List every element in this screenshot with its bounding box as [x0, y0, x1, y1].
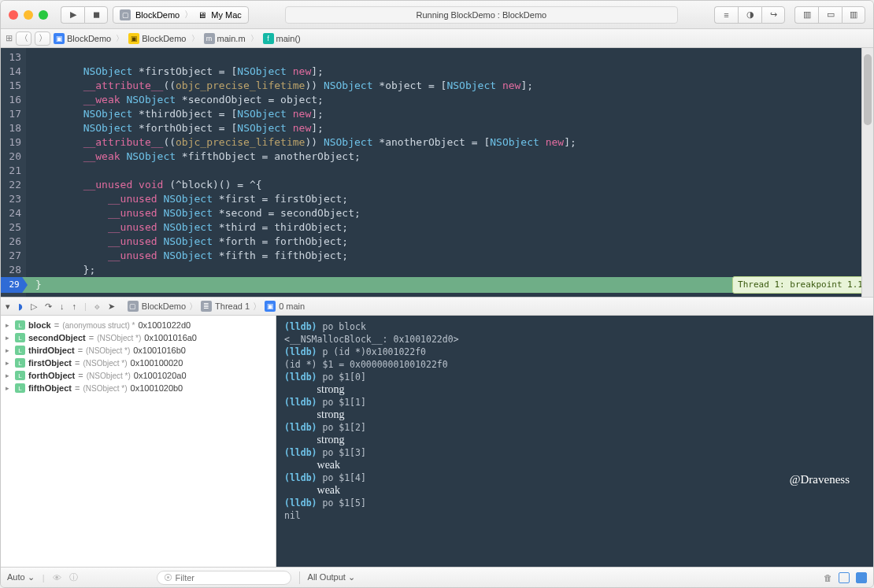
debug-bar: ▾ ◗ ▷ ↷ ↓ ↑ | ⟐ ➤ ▢ BlockDemo 〉 ≣ Thread… [1, 297, 873, 316]
panel-buttons: ▥ ▭ ▥ [794, 6, 865, 24]
activity-status: Running BlockDemo : BlockDemo [285, 6, 678, 24]
source-editor[interactable]: 13141516171819202122232425262728 NSObjec… [1, 48, 873, 297]
breadcrumb-item[interactable]: mmain.m [204, 33, 246, 44]
left-panel-button[interactable]: ▥ [794, 6, 818, 24]
debug-footer: Auto ⌄ | 👁 ⓘ ⦿ All Output ⌄ 🗑 [1, 567, 873, 587]
trash-icon[interactable]: 🗑 [824, 573, 832, 582]
project-icon: ▣ [54, 33, 65, 44]
variable-row[interactable]: ▸LforthObject = (NSObject *) 0x1001020a0 [6, 369, 271, 382]
location-icon[interactable]: ➤ [108, 301, 115, 312]
breakpoint-highlight: 29 } Thread 1: breakpoint 1.1 [1, 277, 873, 293]
thread-icon: ≣ [201, 301, 212, 312]
variable-row[interactable]: ▸LthirdObject = (NSObject *) 0x1001016b0 [6, 344, 271, 357]
filter-field[interactable]: ⦿ [157, 571, 291, 585]
right-pane-toggle[interactable] [856, 572, 867, 583]
right-panel-button[interactable]: ▥ [842, 6, 865, 24]
debug-crumb-frame[interactable]: 0 main [279, 301, 305, 311]
monitor-icon: 🖥 [198, 10, 206, 20]
hide-debug-icon[interactable]: ▾ [6, 301, 10, 312]
scheme-selector[interactable]: ▢ BlockDemo 〉 🖥 My Mac [113, 6, 249, 24]
view-debug-icon[interactable]: ⟐ [94, 301, 100, 311]
continue-icon[interactable]: ▷ [31, 301, 37, 312]
breadcrumb-item[interactable]: ▣BlockDemo [128, 33, 186, 44]
run-button[interactable]: ▶ [61, 6, 84, 24]
scrollbar-thumb[interactable] [864, 54, 872, 125]
editor-buttons: ≡ ◑ ↪ [714, 6, 785, 24]
bottom-panel-button[interactable]: ▭ [818, 6, 842, 24]
breadcrumb-item[interactable]: ▣BlockDemo [54, 33, 111, 44]
scope-selector[interactable]: Auto ⌄ [7, 572, 35, 582]
assistant-editor-button[interactable]: ◑ [738, 6, 761, 24]
left-pane-toggle[interactable] [839, 572, 850, 583]
console-output[interactable]: @Draveness (lldb) po block<__NSMallocBlo… [276, 316, 873, 567]
line-gutter[interactable]: 13141516171819202122232425262728 [1, 48, 26, 297]
step-into-icon[interactable]: ↓ [60, 301, 65, 311]
device-name: My Mac [211, 10, 242, 20]
breadcrumb-bar: ⊞ 〈 〉 ▣BlockDemo ▣BlockDemo mmain.m fmai… [1, 29, 873, 48]
toggle-breakpoints-icon[interactable]: ◗ [18, 301, 23, 312]
app-icon: ▢ [128, 301, 139, 312]
variable-row[interactable]: ▸Lblock = (anonymous struct) * 0x1001022… [6, 319, 271, 331]
status-text: Running BlockDemo : BlockDemo [417, 10, 547, 20]
watermark: @Draveness [790, 473, 850, 486]
debug-crumb-process[interactable]: BlockDemo [142, 301, 186, 311]
app-icon: ▢ [120, 9, 131, 20]
run-stop-group: ▶ ◼ [61, 6, 108, 24]
related-items-icon[interactable]: ⊞ [6, 33, 13, 43]
debug-crumb-thread[interactable]: Thread 1 [215, 301, 250, 311]
variables-view[interactable]: ▸Lblock = (anonymous struct) * 0x1001022… [1, 316, 276, 567]
quicklook-icon[interactable]: 👁 [53, 573, 61, 582]
function-icon: f [263, 33, 274, 44]
close-icon[interactable] [9, 10, 18, 20]
output-selector[interactable]: All Output ⌄ [308, 572, 355, 582]
forward-button[interactable]: 〉 [35, 31, 50, 46]
window-controls [9, 10, 48, 20]
file-icon: m [204, 33, 215, 44]
minimize-icon[interactable] [24, 10, 33, 20]
scheme-name: BlockDemo [135, 10, 180, 20]
step-over-icon[interactable]: ↷ [45, 301, 52, 312]
version-editor-button[interactable]: ↪ [761, 6, 785, 24]
zoom-icon[interactable] [39, 10, 48, 20]
variable-row[interactable]: ▸LfifthObject = (NSObject *) 0x1001020b0 [6, 382, 271, 394]
breakpoint-marker[interactable]: 29 [1, 277, 28, 293]
info-icon[interactable]: ⓘ [69, 571, 78, 583]
frame-icon: ▣ [265, 301, 276, 312]
back-button[interactable]: 〈 [16, 31, 31, 46]
variable-row[interactable]: ▸LfirstObject = (NSObject *) 0x100100020 [6, 357, 271, 369]
filter-icon: ⦿ [164, 573, 172, 582]
variable-row[interactable]: ▸LsecondObject = (NSObject *) 0x1001016a… [6, 331, 271, 344]
standard-editor-button[interactable]: ≡ [714, 6, 738, 24]
breadcrumb-item[interactable]: fmain() [263, 33, 301, 44]
editor-scrollbar[interactable] [861, 48, 873, 297]
step-out-icon[interactable]: ↑ [72, 301, 77, 311]
folder-icon: ▣ [128, 33, 139, 44]
debug-area: ▸Lblock = (anonymous struct) * 0x1001022… [1, 316, 873, 567]
code-area[interactable]: NSObject *firstObject = [NSObject new]; … [26, 48, 873, 297]
toolbar: ▶ ◼ ▢ BlockDemo 〉 🖥 My Mac Running Block… [1, 1, 873, 29]
stop-button[interactable]: ◼ [84, 6, 108, 24]
breakpoint-label: Thread 1: breakpoint 1.1 [732, 276, 868, 294]
filter-input[interactable] [176, 573, 284, 582]
